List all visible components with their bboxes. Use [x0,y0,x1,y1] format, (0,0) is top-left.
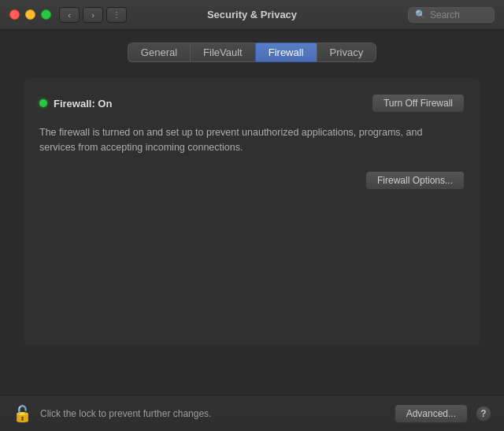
search-icon: 🔍 [415,9,426,20]
grid-button[interactable]: ⋮ [106,7,127,23]
forward-button[interactable]: › [83,7,103,23]
search-input[interactable] [430,9,493,20]
advanced-button[interactable]: Advanced... [395,404,468,423]
window-title: Security & Privacy [207,9,297,20]
maximize-button[interactable] [41,9,51,20]
firewall-description: The firewall is turned on and set up to … [39,125,433,155]
tab-firewall[interactable]: Firewall [255,43,317,62]
firewall-status-row: Firewall: On Turn Off Firewall [39,94,465,113]
status-left: Firewall: On [39,98,112,110]
help-button[interactable]: ? [476,406,491,422]
titlebar: ‹ › ⋮ Security & Privacy 🔍 [0,0,504,30]
firewall-options-button[interactable]: Firewall Options... [365,171,465,190]
lock-icon[interactable]: 🔓 [13,406,32,422]
tab-general[interactable]: General [128,43,190,62]
lock-text: Click the lock to prevent further change… [40,408,387,419]
tabs: General FileVault Firewall Privacy [24,43,480,62]
firewall-status-label: Firewall: On [54,98,112,110]
nav-buttons: ‹ › [59,7,103,23]
bottom-bar: 🔓 Click the lock to prevent further chan… [0,395,504,431]
traffic-lights [9,9,51,20]
search-box: 🔍 [408,7,495,23]
tab-privacy[interactable]: Privacy [317,43,377,62]
status-dot [39,99,47,107]
turn-off-firewall-button[interactable]: Turn Off Firewall [372,94,465,113]
options-row: Firewall Options... [39,171,465,190]
main-content: General FileVault Firewall Privacy Firew… [0,30,504,395]
content-area: Firewall: On Turn Off Firewall The firew… [24,78,480,346]
minimize-button[interactable] [25,9,35,20]
back-button[interactable]: ‹ [59,7,80,23]
tab-filevault[interactable]: FileVault [190,43,255,62]
close-button[interactable] [9,9,20,20]
